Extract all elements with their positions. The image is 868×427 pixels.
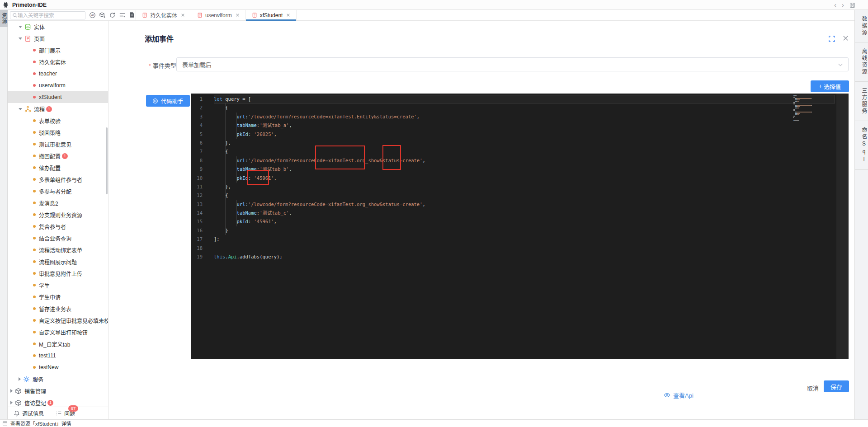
- close-icon[interactable]: [842, 35, 849, 42]
- chevron-down-icon[interactable]: [19, 38, 22, 40]
- bullet-icon: [33, 260, 36, 263]
- tree-item-复合参与者[interactable]: 复合参与者: [8, 221, 108, 232]
- tree-item-表单校验[interactable]: 表单校验: [8, 115, 108, 127]
- search-input[interactable]: [18, 13, 81, 18]
- refresh-icon[interactable]: [109, 12, 116, 19]
- tree-item-多参与者分配[interactable]: 多参与者分配: [8, 185, 108, 197]
- sidebar-toolbar: AI: [89, 12, 136, 19]
- cancel-button[interactable]: 取消: [803, 381, 822, 394]
- rail-tab-离线资源[interactable]: 离线资源: [855, 42, 868, 82]
- tab-close-icon[interactable]: [286, 13, 290, 17]
- tree-item-流程[interactable]: 流程1: [8, 103, 108, 115]
- tree-item-信访登记[interactable]: 信访登记1: [8, 397, 108, 407]
- tab-close-icon[interactable]: [181, 13, 185, 17]
- tree-item-label: 审批意见附件上传: [39, 270, 82, 277]
- code-line: pkId: '45961',: [214, 217, 835, 226]
- ai-icon[interactable]: AI: [89, 12, 96, 19]
- code-editor[interactable]: 12345678910111213141516171819 let query …: [191, 94, 849, 359]
- tree-item-test111[interactable]: test111: [8, 350, 108, 361]
- tab-持久化实体[interactable]: 持久化实体: [136, 10, 191, 20]
- tree-item-label: 多参与者分配: [39, 188, 71, 195]
- line-number: 12: [191, 191, 214, 200]
- event-type-select[interactable]: 表单加载后: [176, 57, 849, 71]
- chevron-right-icon[interactable]: [10, 389, 13, 393]
- search-box[interactable]: [10, 11, 85, 19]
- code-line: },: [214, 183, 835, 191]
- bullet-icon: [33, 319, 36, 322]
- save-file-icon[interactable]: [849, 2, 855, 8]
- indent-guide: [225, 103, 226, 235]
- chevron-down-icon[interactable]: [19, 108, 22, 110]
- line-number: 17: [191, 235, 214, 244]
- tree-item-销售管理[interactable]: 销售管理: [8, 385, 108, 397]
- tree-item-部门展示[interactable]: 部门展示: [8, 44, 108, 56]
- code-content[interactable]: let query = [ { url:'/lowcode/form?resou…: [214, 95, 835, 261]
- tree-item-流程活动绑定表单[interactable]: 流程活动绑定表单: [8, 244, 108, 256]
- line-number: 10: [191, 174, 214, 183]
- tree-item-服务[interactable]: 服务: [8, 373, 108, 385]
- snippet-icon[interactable]: [129, 12, 136, 19]
- tree-item-分支规则业务资源[interactable]: 分支规则业务资源: [8, 209, 108, 221]
- tree-item-持久化实体[interactable]: 持久化实体: [8, 56, 108, 68]
- bullet-icon: [33, 49, 36, 52]
- nav-forward-icon[interactable]: ›: [842, 1, 844, 9]
- tree-item-M_自定义tab[interactable]: M_自定义tab: [8, 338, 108, 350]
- tree-item-自定义导出打印按钮[interactable]: 自定义导出打印按钮: [8, 326, 108, 338]
- rail-tab-数据源[interactable]: 数据源: [855, 10, 868, 42]
- tree-item-结合业务查询[interactable]: 结合业务查询: [8, 232, 108, 244]
- tree-item-label: 表单校验: [39, 117, 61, 125]
- code-line: pkId: '45961',: [214, 174, 835, 183]
- resource-tree-panel: 实体页面部门展示持久化实体teacheruserwlformxfStudent流…: [8, 21, 108, 407]
- tree-item-发消息2[interactable]: 发消息2: [8, 197, 108, 209]
- tree-scrollbar[interactable]: [106, 127, 108, 194]
- tree-item-testNew[interactable]: testNew: [8, 361, 108, 373]
- tree-item-label: 复合参与者: [39, 223, 66, 230]
- bullet-icon: [33, 96, 36, 99]
- tab-label: userwlform: [205, 12, 232, 19]
- tab-close-icon[interactable]: [236, 13, 240, 17]
- code-line: {: [214, 103, 835, 112]
- problems-button[interactable]: 问题 67: [56, 409, 75, 417]
- rail-tab-命名Sql[interactable]: 命名Sql: [855, 121, 868, 170]
- dialog-title: 添加事件: [145, 33, 174, 44]
- tree-item-审批意见附件上传[interactable]: 审批意见附件上传: [8, 267, 108, 279]
- tree-item-暂存进业务表[interactable]: 暂存进业务表: [8, 303, 108, 314]
- chevron-right-icon[interactable]: [19, 377, 21, 381]
- fullscreen-icon[interactable]: [828, 35, 835, 42]
- editor-scrollbar[interactable]: [836, 94, 849, 359]
- tree-item-学生[interactable]: 学生: [8, 279, 108, 291]
- line-number: 13: [191, 200, 214, 209]
- tree-item-流程图展示问题[interactable]: 流程图展示问题: [8, 256, 108, 267]
- debug-info-button[interactable]: 调试信息: [14, 409, 44, 417]
- tree-item-xfStudent[interactable]: xfStudent: [8, 91, 108, 103]
- code-assistant-button[interactable]: 代码助手: [146, 95, 190, 107]
- select-value-button[interactable]: + 选择值: [811, 80, 849, 92]
- chevron-right-icon[interactable]: [10, 401, 13, 404]
- code-line: tabName:'测试tab_c',: [214, 209, 835, 217]
- tree-item-多表单组件参与者[interactable]: 多表单组件参与者: [8, 174, 108, 185]
- tree-item-催办配置[interactable]: 催办配置: [8, 162, 108, 174]
- tree-item-页面[interactable]: 页面: [8, 33, 108, 44]
- line-number: 19: [191, 253, 214, 261]
- save-button[interactable]: 保存: [824, 380, 849, 392]
- view-api-link[interactable]: 查看Api: [664, 391, 693, 399]
- module-add-icon[interactable]: [99, 12, 106, 19]
- rail-tab-三方服务[interactable]: 三方服务: [855, 82, 868, 121]
- tree-item-userwlform[interactable]: userwlform: [8, 80, 108, 91]
- tree-item-实体[interactable]: 实体: [8, 21, 108, 33]
- sort-icon[interactable]: [119, 12, 126, 19]
- code-line: url:'/lowcode/form?resourceCode=xifanTes…: [214, 200, 835, 209]
- tree-item-测试审批意见[interactable]: 测试审批意见: [8, 138, 108, 150]
- tree-item-驳回策略[interactable]: 驳回策略: [8, 127, 108, 138]
- bullet-icon: [33, 307, 36, 310]
- bullet-icon: [33, 331, 36, 333]
- tree-item-撤回配置[interactable]: 撤回配置1: [8, 150, 108, 162]
- tab-xfStudent[interactable]: xfStudent: [246, 10, 297, 20]
- tree-item-teacher[interactable]: teacher: [8, 68, 108, 80]
- rail-tab-resources[interactable]: 资源: [0, 10, 8, 27]
- chevron-down-icon[interactable]: [19, 26, 22, 28]
- tab-userwlform[interactable]: userwlform: [191, 10, 246, 20]
- tree-item-学生申请[interactable]: 学生申请: [8, 291, 108, 303]
- nav-back-icon[interactable]: ‹: [834, 1, 836, 9]
- tree-item-自定义按钮审批意见必填未校验[interactable]: 自定义按钮审批意见必填未校验: [8, 314, 108, 326]
